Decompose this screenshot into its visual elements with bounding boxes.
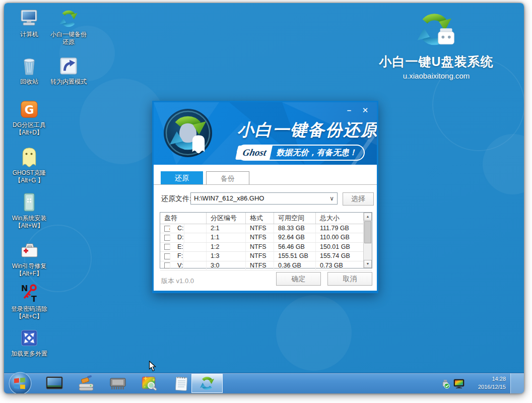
column-header-total: 总大小 [316,213,364,224]
partition-table: 盘符 分区编号 格式 可用空间 总大小 ✔C: 2:1 NTFS 88.33 G… [160,212,372,268]
tab-backup[interactable]: 备份 [206,171,249,184]
ok-button[interactable]: 确定 [276,272,321,286]
usb-system-logo-icon [371,10,502,53]
row-checkbox[interactable] [164,262,170,268]
window-banner: 小白一键备份还原 Ghost 数据无价，有备无患！ – ✕ [154,102,377,165]
column-header-free: 可用空间 [274,213,316,224]
cell-partition: 1:2 [207,243,246,251]
install-box-icon [5,192,53,213]
restore-file-value: H:\WIN7_612_x86.GHO [194,194,264,202]
select-button[interactable]: 选择 [343,192,374,206]
desktop-screen: 计算机 回收站 G DG分区工具 【Alt+D】 GHOST克隆 【Alt+G … [4,3,524,393]
slogan-text: 数据无价，有备无患！ [276,148,357,158]
desktop-icon-load-more[interactable]: 加载更多外置 [5,327,53,358]
tray-time: 14:28 [466,375,506,383]
backup-restore-app-icon [199,375,215,391]
taskbar-paint-tool-button[interactable] [141,375,159,392]
disk-cleanup-icon [77,375,95,391]
desktop-icon-builtin-mode[interactable]: 转为内置模式 [44,55,93,86]
tray-clock[interactable]: 14:28 2016/12/15 [466,375,506,391]
desktop-icon-label: 加载更多外置 [5,350,53,358]
scroll-thumb[interactable] [364,221,371,243]
desktop-icon-label: GHOST克隆 【Alt+G 】 [5,169,53,184]
scroll-down-icon[interactable]: ▼ [364,260,372,268]
table-row[interactable]: E: 1:2 NTFS 56.46 GB 150.01 GB [160,243,372,252]
taskbar-memory-button[interactable] [109,375,127,392]
check-icon: ✔ [165,226,170,232]
row-checkbox[interactable] [164,244,170,250]
cell-drive: D: [173,233,184,242]
cell-total: 111.79 GB [316,224,364,233]
tab-divider [154,184,377,185]
column-header-partition: 分区编号 [207,213,246,224]
taskbar-disk-cleanup-button[interactable] [77,375,95,392]
table-row[interactable]: F: 1:3 NTFS 155.51 GB 155.74 GB [160,252,372,261]
svg-text:G: G [25,103,34,116]
shortcut-arrow-icon [44,55,93,77]
chevron-down-icon[interactable]: ∨ [329,193,334,204]
restore-file-combobox[interactable]: H:\WIN7_612_x86.GHO ∨ [190,192,338,205]
column-header-format: 格式 [246,213,274,224]
notepad-icon [174,375,189,391]
window-title: 小白一键备份还原 [237,119,377,142]
taskbar-backup-app-button[interactable] [191,374,223,393]
taskbar-display-button[interactable] [45,375,63,392]
branding-title: 小白一键U盘装系统 [371,53,502,70]
desktop-icon-label: Win系统安装 【Alt+W】 [5,215,53,230]
ghost-slogan-pill: Ghost 数据无价，有备无患！ [237,145,365,161]
scrollbar[interactable]: ▲ ▼ [363,213,372,268]
desktop-icon-boot-repair[interactable]: Win引导修复 【Alt+F】 [5,240,53,278]
paint-tool-icon [141,375,158,391]
cell-format: NTFS [246,224,274,233]
branding-url: u.xiaobaixitong.com [371,72,502,80]
cell-format: NTFS [246,243,274,251]
backup-restore-window: 小白一键备份还原 Ghost 数据无价，有备无患！ – ✕ 还原 备份 还原文件… [152,101,378,293]
desktop-icon-dg-partition[interactable]: G DG分区工具 【Alt+D】 [5,99,53,137]
bokeh-circle [483,134,524,194]
row-checkbox[interactable] [164,235,170,241]
row-checkbox[interactable] [164,253,170,259]
cell-free: 0.36 GB [274,261,316,270]
nt-key-icon: NT [5,283,53,304]
cancel-button[interactable]: 取消 [327,272,372,286]
cell-partition: 1:3 [207,252,246,260]
show-desktop-button[interactable] [510,373,524,393]
bokeh-circle [276,295,352,371]
desktop-icon-label: Win引导修复 【Alt+F】 [5,262,53,278]
window-body: 还原 备份 还原文件: H:\WIN7_612_x86.GHO ∨ 选择 盘符 … [154,165,377,291]
ghost-sync-logo-icon [163,108,213,158]
display-settings-icon[interactable] [453,379,464,390]
desktop-icon-label: 登录密码清除 【Alt+C】 [5,305,53,320]
table-row[interactable]: V: 3:0 NTFS 0.36 GB 0.73 GB [160,261,372,271]
svg-text:T: T [31,294,37,303]
cell-total: 0.73 GB [316,261,364,270]
cell-drive: E: [173,243,184,251]
cell-drive: V: [173,261,183,270]
cell-format: NTFS [246,233,274,242]
version-label: 版本 v1.0.0 [161,277,194,286]
table-row[interactable]: ✔C: 2:1 NTFS 88.33 GB 111.79 GB [160,224,372,233]
close-button[interactable]: ✕ [359,105,372,116]
start-button[interactable] [8,371,32,393]
row-checkbox[interactable]: ✔ [164,226,170,232]
display-icon [46,376,63,390]
expand-arrows-icon [5,327,53,349]
desktop-icon-label: 转为内置模式 [44,78,93,86]
desktop-icon-backup-restore[interactable]: 小白一键备份 还原 [44,8,93,46]
scroll-up-icon[interactable]: ▲ [364,213,372,221]
cell-total: 150.01 GB [316,243,364,251]
cell-free: 56.46 GB [274,243,316,251]
tab-restore[interactable]: 还原 [161,171,203,184]
desktop-icon-ghost-clone[interactable]: GHOST克隆 【Alt+G 】 [5,147,53,184]
usb-safely-remove-icon[interactable] [440,379,450,391]
desktop-icon-password-clear[interactable]: NT 登录密码清除 【Alt+C】 [5,283,53,320]
desktop-icon-win-install[interactable]: Win系统安装 【Alt+W】 [5,192,53,230]
toolbox-icon [5,240,53,261]
cell-total: 110.00 GB [316,233,364,242]
table-row[interactable]: D: 1:1 NTFS 92.64 GB 110.00 GB [160,233,372,242]
sync-arrows-icon [44,8,93,29]
cell-total: 155.74 GB [316,252,364,260]
minimize-button[interactable]: – [343,105,356,116]
taskbar-notepad-button[interactable] [172,375,190,392]
mouse-cursor [149,361,156,372]
